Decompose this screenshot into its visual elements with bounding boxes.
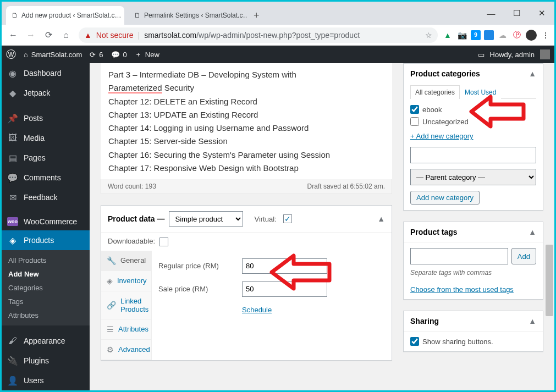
submenu-add-new[interactable]: Add New <box>2 267 90 281</box>
add-category-button[interactable]: Add new category <box>410 191 480 205</box>
ext-icon-blue[interactable]: 9 <box>471 30 481 40</box>
ext-icon-boxblue[interactable] <box>484 30 494 40</box>
tab-advanced[interactable]: ⚙Advanced <box>101 340 151 360</box>
word-count: Word count: 193 <box>108 183 156 190</box>
sidebar-plugins[interactable]: 🔌Plugins <box>2 351 90 371</box>
sidebar-dashboard[interactable]: ◉Dashboard <box>2 63 90 83</box>
reload-button[interactable]: ⟳ <box>40 27 57 43</box>
inventory-icon: ◈ <box>107 277 113 285</box>
site-link[interactable]: ⌂SmartSolat.com <box>24 51 82 59</box>
sidebar-appearance[interactable]: 🖌Appearance <box>2 331 90 351</box>
show-sharing-checkbox-row[interactable]: Show sharing buttons. <box>410 337 536 346</box>
category-uncategorized[interactable]: Uncategorized <box>410 115 536 128</box>
sidebar-item-label: Media <box>24 134 45 142</box>
regular-price-input[interactable] <box>242 258 327 274</box>
new-content-link[interactable]: ＋New <box>135 49 159 59</box>
ext-icon-cloud[interactable]: ☁ <box>497 30 508 41</box>
star-icon[interactable]: ☆ <box>425 31 432 40</box>
choose-most-used-tags-link[interactable]: Choose from the most used tags <box>410 285 514 294</box>
submenu-categories[interactable]: Categories <box>2 281 90 295</box>
downloadable-checkbox[interactable] <box>159 238 168 246</box>
back-button[interactable]: ← <box>5 27 21 43</box>
updates-link[interactable]: ⟳6 <box>90 51 103 59</box>
browser-tab-active[interactable]: 🗋 Add new product ‹ SmartSolat.c… × <box>6 6 124 25</box>
category-checkbox[interactable] <box>410 105 419 114</box>
schedule-link[interactable]: Schedule <box>242 306 272 314</box>
parent-category-select[interactable]: — Parent category — <box>410 169 536 185</box>
sidebar-media[interactable]: 🖼Media <box>2 128 90 148</box>
chrome-menu-icon[interactable]: ⋮ <box>540 30 551 41</box>
browser-tab[interactable]: 🗋 Permalink Settings ‹ SmartSolat.c… × <box>129 6 247 25</box>
howdy-text[interactable]: Howdy, admin <box>490 51 535 59</box>
comments-link[interactable]: 💬0 <box>111 51 127 59</box>
category-ebook[interactable]: ebook <box>410 103 536 115</box>
submenu-attributes[interactable]: Attributes <box>2 308 90 322</box>
media-icon: 🖼 <box>7 132 18 143</box>
camera-extension-icon[interactable]: 📷 <box>456 30 467 41</box>
virtual-checkbox[interactable] <box>283 214 292 223</box>
submenu-all-products[interactable]: All Products <box>2 253 90 267</box>
panel-toggle-icon[interactable]: ▲ <box>529 317 536 325</box>
forward-button[interactable]: → <box>23 27 39 43</box>
tab-linked-products[interactable]: 🔗Linked Products <box>101 291 151 319</box>
new-tab-button[interactable]: + <box>254 6 260 25</box>
submenu-tags[interactable]: Tags <box>2 295 90 308</box>
scrollbar-thumb[interactable] <box>546 245 553 316</box>
downloadable-label: Downloadable: <box>108 237 155 245</box>
tag-input[interactable] <box>410 248 508 264</box>
home-button[interactable]: ⌂ <box>58 27 74 43</box>
sidebar-pages[interactable]: ▤Pages <box>2 148 90 168</box>
sidebar-comments[interactable]: 💬Comments <box>2 168 90 187</box>
feedback-icon: ✉ <box>7 192 18 203</box>
show-sharing-checkbox[interactable] <box>410 337 419 346</box>
list-icon: ☰ <box>107 325 114 334</box>
sidebar-item-label: Posts <box>24 114 43 123</box>
sidebar-jetpack[interactable]: ◆Jetpack <box>2 83 90 103</box>
panel-toggle-icon[interactable]: ▲ <box>529 228 536 236</box>
maximize-button[interactable]: ☐ <box>504 5 529 21</box>
draft-status: Draft saved at 6:55:02 am. <box>307 183 385 190</box>
wp-logo[interactable]: ⓦ <box>6 48 16 61</box>
add-tag-button[interactable]: Add <box>511 248 536 264</box>
tab-inventory[interactable]: ◈Inventory <box>101 271 151 291</box>
security-label: Not secure <box>96 31 134 40</box>
tab-general[interactable]: 🔧General <box>101 251 151 271</box>
product-data-title: Product data <box>108 214 155 223</box>
sidebar-posts[interactable]: 📌Posts <box>2 108 90 128</box>
drive-extension-icon[interactable]: ▲ <box>442 30 453 41</box>
cat-tab-most-used[interactable]: Most Used <box>460 85 501 99</box>
sidebar-products[interactable]: ◈Products <box>2 230 90 250</box>
add-new-category-link[interactable]: + Add new category <box>410 132 474 140</box>
omnibox[interactable]: ▲ Not secure | smartsolat.com/wp/wp-admi… <box>79 27 438 43</box>
plug-icon: 🔌 <box>7 355 18 366</box>
category-label: ebook <box>422 106 442 114</box>
product-type-select[interactable]: Simple product <box>169 211 243 227</box>
product-tags-title: Product tags <box>410 228 458 236</box>
sidebar-woocommerce[interactable]: wooWooCommerce <box>2 213 90 230</box>
tab-attributes[interactable]: ☰Attributes <box>101 319 151 340</box>
new-category-input[interactable] <box>410 147 536 163</box>
cat-tab-all[interactable]: All categories <box>410 85 460 99</box>
category-checkbox[interactable] <box>410 117 419 126</box>
sidebar-feedback[interactable]: ✉Feedback <box>2 187 90 207</box>
sidebar-item-label: Comments <box>24 173 61 182</box>
products-icon: ◈ <box>7 235 18 246</box>
avatar[interactable] <box>540 49 550 59</box>
panel-toggle-icon[interactable]: ▲ <box>529 69 536 78</box>
sale-price-input[interactable] <box>242 281 327 297</box>
comments-icon: 💬 <box>7 172 18 183</box>
sidebar-users[interactable]: 👤Users <box>2 371 90 390</box>
close-window-button[interactable]: ✕ <box>529 5 554 21</box>
avatar-icon[interactable] <box>526 30 537 41</box>
vertical-scrollbar[interactable] <box>544 63 553 390</box>
sidebar-item-label: Pages <box>24 153 46 162</box>
plus-icon: ＋ <box>135 49 142 59</box>
pinterest-extension-icon[interactable]: Ⓟ <box>511 30 522 41</box>
editor-content[interactable]: Part 3 – Intermediate DB – Developing Sy… <box>101 63 392 179</box>
minimize-button[interactable]: — <box>478 5 504 21</box>
wp-comment-icon[interactable]: ▭ <box>478 51 485 59</box>
spellcheck-underline: Parameterized <box>108 83 162 93</box>
panel-toggle-icon[interactable]: ▲ <box>377 214 385 223</box>
page-icon: 🗋 <box>134 12 141 19</box>
sidebar-item-label: Jetpack <box>24 89 50 97</box>
